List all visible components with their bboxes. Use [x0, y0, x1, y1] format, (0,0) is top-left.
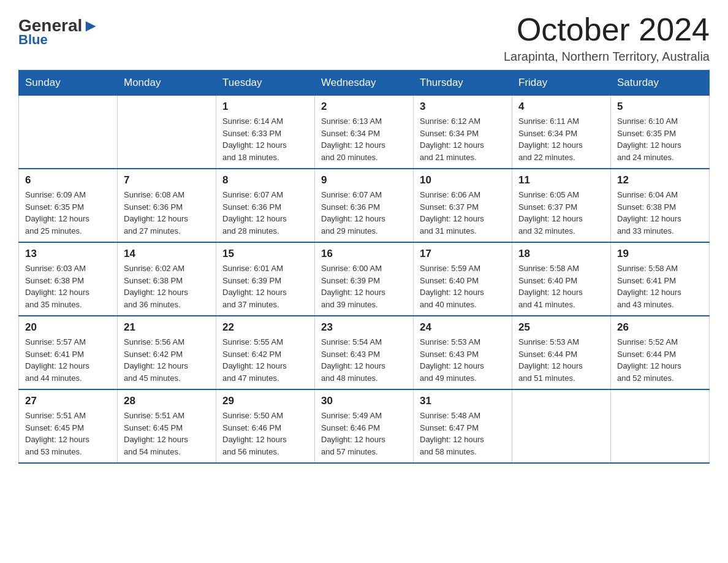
day-number: 12: [617, 174, 703, 186]
title-block: October 2024 Larapinta, Northern Territo…: [504, 12, 710, 64]
table-row: 7Sunrise: 6:08 AMSunset: 6:36 PMDaylight…: [118, 169, 216, 242]
day-number: 2: [321, 101, 407, 113]
table-row: [19, 96, 118, 169]
day-number: 25: [518, 321, 604, 334]
day-number: 8: [222, 174, 308, 186]
day-number: 17: [420, 248, 506, 260]
table-row: 15Sunrise: 6:01 AMSunset: 6:39 PMDayligh…: [216, 242, 315, 316]
day-info: Sunrise: 5:53 AMSunset: 6:44 PMDaylight:…: [518, 336, 604, 384]
calendar-week-row: 6Sunrise: 6:09 AMSunset: 6:35 PMDaylight…: [19, 169, 710, 242]
table-row: 12Sunrise: 6:04 AMSunset: 6:38 PMDayligh…: [611, 169, 710, 242]
table-row: 26Sunrise: 5:52 AMSunset: 6:44 PMDayligh…: [611, 316, 710, 389]
main-title: October 2024: [504, 12, 710, 47]
day-info: Sunrise: 6:13 AMSunset: 6:34 PMDaylight:…: [321, 115, 407, 163]
calendar-week-row: 20Sunrise: 5:57 AMSunset: 6:41 PMDayligh…: [19, 316, 710, 389]
day-number: 10: [420, 174, 506, 186]
day-info: Sunrise: 5:51 AMSunset: 6:45 PMDaylight:…: [25, 410, 111, 458]
day-info: Sunrise: 6:11 AMSunset: 6:34 PMDaylight:…: [518, 115, 604, 163]
col-sunday: Sunday: [19, 71, 118, 96]
day-info: Sunrise: 6:12 AMSunset: 6:34 PMDaylight:…: [420, 115, 506, 163]
day-info: Sunrise: 5:58 AMSunset: 6:40 PMDaylight:…: [518, 262, 604, 310]
day-number: 4: [518, 101, 604, 113]
table-row: 1Sunrise: 6:14 AMSunset: 6:33 PMDaylight…: [216, 96, 315, 169]
day-info: Sunrise: 6:07 AMSunset: 6:36 PMDaylight:…: [321, 189, 407, 237]
day-number: 30: [321, 395, 407, 407]
day-info: Sunrise: 6:03 AMSunset: 6:38 PMDaylight:…: [25, 262, 111, 310]
table-row: 30Sunrise: 5:49 AMSunset: 6:46 PMDayligh…: [315, 389, 414, 463]
day-info: Sunrise: 5:56 AMSunset: 6:42 PMDaylight:…: [124, 336, 210, 384]
day-info: Sunrise: 5:55 AMSunset: 6:42 PMDaylight:…: [222, 336, 308, 384]
table-row: 4Sunrise: 6:11 AMSunset: 6:34 PMDaylight…: [512, 96, 611, 169]
col-tuesday: Tuesday: [216, 71, 315, 96]
table-row: 5Sunrise: 6:10 AMSunset: 6:35 PMDaylight…: [611, 96, 710, 169]
day-number: 7: [124, 174, 210, 186]
table-row: 28Sunrise: 5:51 AMSunset: 6:45 PMDayligh…: [118, 389, 216, 463]
table-row: 3Sunrise: 6:12 AMSunset: 6:34 PMDaylight…: [414, 96, 512, 169]
day-number: 18: [518, 248, 604, 260]
page-header: General► Blue October 2024 Larapinta, No…: [18, 12, 710, 64]
day-number: 11: [518, 174, 604, 186]
calendar-week-row: 13Sunrise: 6:03 AMSunset: 6:38 PMDayligh…: [19, 242, 710, 316]
table-row: 2Sunrise: 6:13 AMSunset: 6:34 PMDaylight…: [315, 96, 414, 169]
day-number: 20: [25, 321, 111, 334]
table-row: 29Sunrise: 5:50 AMSunset: 6:46 PMDayligh…: [216, 389, 315, 463]
day-info: Sunrise: 6:04 AMSunset: 6:38 PMDaylight:…: [617, 189, 703, 237]
table-row: 19Sunrise: 5:58 AMSunset: 6:41 PMDayligh…: [611, 242, 710, 316]
day-number: 26: [617, 321, 703, 334]
logo-blue-text: Blue: [18, 32, 48, 48]
table-row: 11Sunrise: 6:05 AMSunset: 6:37 PMDayligh…: [512, 169, 611, 242]
calendar-header-row: Sunday Monday Tuesday Wednesday Thursday…: [19, 71, 710, 96]
day-number: 14: [124, 248, 210, 260]
table-row: 31Sunrise: 5:48 AMSunset: 6:47 PMDayligh…: [414, 389, 512, 463]
day-info: Sunrise: 6:00 AMSunset: 6:39 PMDaylight:…: [321, 262, 407, 310]
day-info: Sunrise: 5:57 AMSunset: 6:41 PMDaylight:…: [25, 336, 111, 384]
day-number: 15: [222, 248, 308, 260]
day-info: Sunrise: 6:07 AMSunset: 6:36 PMDaylight:…: [222, 189, 308, 237]
table-row: 18Sunrise: 5:58 AMSunset: 6:40 PMDayligh…: [512, 242, 611, 316]
calendar-week-row: 27Sunrise: 5:51 AMSunset: 6:45 PMDayligh…: [19, 389, 710, 463]
col-saturday: Saturday: [611, 71, 710, 96]
day-info: Sunrise: 6:10 AMSunset: 6:35 PMDaylight:…: [617, 115, 703, 163]
day-info: Sunrise: 5:52 AMSunset: 6:44 PMDaylight:…: [617, 336, 703, 384]
table-row: [611, 389, 710, 463]
table-row: 25Sunrise: 5:53 AMSunset: 6:44 PMDayligh…: [512, 316, 611, 389]
day-info: Sunrise: 6:05 AMSunset: 6:37 PMDaylight:…: [518, 189, 604, 237]
day-number: 22: [222, 321, 308, 334]
day-info: Sunrise: 6:14 AMSunset: 6:33 PMDaylight:…: [222, 115, 308, 163]
logo: General► Blue: [18, 17, 99, 48]
day-number: 24: [420, 321, 506, 334]
day-number: 3: [420, 101, 506, 113]
day-number: 6: [25, 174, 111, 186]
table-row: 9Sunrise: 6:07 AMSunset: 6:36 PMDaylight…: [315, 169, 414, 242]
day-number: 5: [617, 101, 703, 113]
day-info: Sunrise: 5:50 AMSunset: 6:46 PMDaylight:…: [222, 410, 308, 458]
table-row: 6Sunrise: 6:09 AMSunset: 6:35 PMDaylight…: [19, 169, 118, 242]
table-row: 13Sunrise: 6:03 AMSunset: 6:38 PMDayligh…: [19, 242, 118, 316]
day-info: Sunrise: 5:54 AMSunset: 6:43 PMDaylight:…: [321, 336, 407, 384]
day-number: 21: [124, 321, 210, 334]
day-number: 9: [321, 174, 407, 186]
table-row: 22Sunrise: 5:55 AMSunset: 6:42 PMDayligh…: [216, 316, 315, 389]
table-row: 10Sunrise: 6:06 AMSunset: 6:37 PMDayligh…: [414, 169, 512, 242]
day-number: 16: [321, 248, 407, 260]
day-info: Sunrise: 6:08 AMSunset: 6:36 PMDaylight:…: [124, 189, 210, 237]
subtitle: Larapinta, Northern Territory, Australia: [504, 50, 710, 64]
day-info: Sunrise: 5:53 AMSunset: 6:43 PMDaylight:…: [420, 336, 506, 384]
day-number: 27: [25, 395, 111, 407]
day-info: Sunrise: 5:51 AMSunset: 6:45 PMDaylight:…: [124, 410, 210, 458]
day-info: Sunrise: 6:09 AMSunset: 6:35 PMDaylight:…: [25, 189, 111, 237]
table-row: 27Sunrise: 5:51 AMSunset: 6:45 PMDayligh…: [19, 389, 118, 463]
day-info: Sunrise: 5:59 AMSunset: 6:40 PMDaylight:…: [420, 262, 506, 310]
table-row: 16Sunrise: 6:00 AMSunset: 6:39 PMDayligh…: [315, 242, 414, 316]
col-thursday: Thursday: [414, 71, 512, 96]
table-row: 24Sunrise: 5:53 AMSunset: 6:43 PMDayligh…: [414, 316, 512, 389]
day-number: 28: [124, 395, 210, 407]
day-info: Sunrise: 6:02 AMSunset: 6:38 PMDaylight:…: [124, 262, 210, 310]
day-info: Sunrise: 5:48 AMSunset: 6:47 PMDaylight:…: [420, 410, 506, 458]
day-number: 13: [25, 248, 111, 260]
calendar-table: Sunday Monday Tuesday Wednesday Thursday…: [18, 70, 710, 464]
table-row: [118, 96, 216, 169]
day-info: Sunrise: 5:58 AMSunset: 6:41 PMDaylight:…: [617, 262, 703, 310]
logo-arrow-span: ►: [82, 16, 99, 35]
day-number: 23: [321, 321, 407, 334]
